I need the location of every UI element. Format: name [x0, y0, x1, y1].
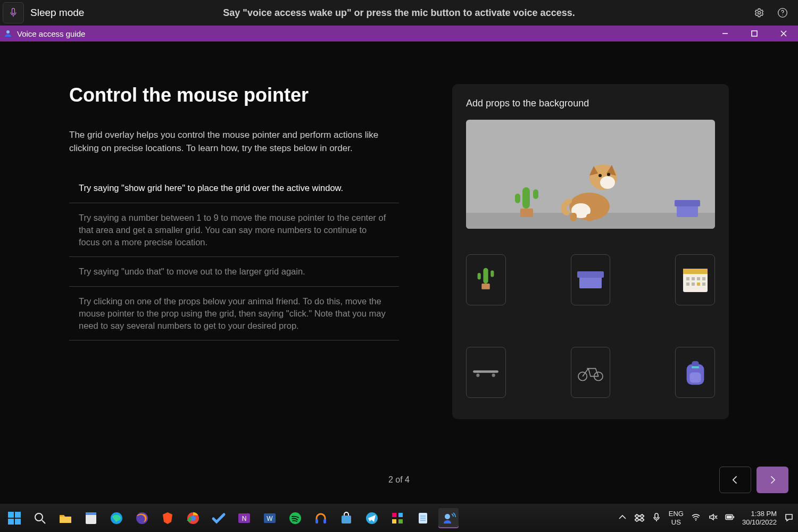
tray-overflow[interactable]	[618, 512, 627, 523]
prop-backpack[interactable]	[675, 347, 715, 398]
svg-point-69	[445, 514, 450, 519]
maximize-button[interactable]	[739, 26, 769, 41]
taskbar-telegram[interactable]	[362, 508, 382, 528]
svg-rect-44	[8, 512, 14, 518]
svg-rect-29	[697, 277, 700, 280]
close-button[interactable]	[769, 26, 798, 41]
microphone-icon	[8, 7, 19, 18]
taskbar-spotify[interactable]	[285, 508, 305, 528]
dropbox-icon	[635, 512, 644, 522]
language-indicator[interactable]: ENG US	[669, 510, 684, 526]
taskbar-chrome[interactable]	[183, 508, 203, 528]
svg-rect-16	[586, 214, 593, 221]
volume-mute-icon	[708, 512, 718, 522]
svg-rect-65	[398, 513, 403, 517]
svg-rect-34	[702, 282, 705, 286]
wifi-icon	[691, 512, 701, 522]
svg-rect-19	[484, 268, 488, 284]
svg-rect-5	[522, 187, 530, 209]
notification-icon	[784, 512, 794, 522]
svg-rect-24	[577, 271, 604, 278]
panel-title: Add props to the background	[466, 98, 715, 109]
file-explorer[interactable]	[55, 508, 76, 528]
taskbar-edge[interactable]	[106, 508, 127, 528]
taskbar-audacity[interactable]	[311, 508, 331, 528]
clock[interactable]: 1:38 PM 30/10/2022	[742, 510, 777, 526]
app-icon	[84, 511, 98, 526]
lang-bottom: US	[669, 518, 684, 527]
prop-calendar[interactable]	[675, 254, 715, 305]
bicycle-icon	[576, 358, 605, 387]
svg-point-0	[758, 12, 761, 14]
help-icon	[777, 7, 788, 18]
check-icon	[211, 511, 226, 526]
taskbar-app-1[interactable]	[81, 508, 101, 528]
minimize-button[interactable]	[710, 26, 739, 41]
taskbar-notepad[interactable]	[413, 508, 433, 528]
voice-access-bar: Sleep mode Say "voice access wake up" or…	[0, 0, 798, 26]
svg-point-71	[695, 520, 696, 521]
firefox-icon	[135, 511, 149, 526]
taskbar-voice-access[interactable]	[438, 508, 459, 528]
svg-point-2	[782, 15, 783, 15]
tray-volume[interactable]	[708, 512, 718, 523]
taskbar-word[interactable]: W	[260, 508, 280, 528]
svg-rect-62	[342, 516, 351, 523]
svg-rect-33	[697, 282, 700, 286]
taskbar: N W ENG US 1:38 PM 30/10/2022	[0, 504, 798, 532]
props-grid	[466, 229, 715, 410]
page-indicator: 2 of 4	[388, 475, 410, 485]
spotify-icon	[288, 511, 303, 526]
svg-point-12	[598, 174, 602, 177]
prev-page-button[interactable]	[719, 467, 751, 493]
grid-icon	[390, 511, 405, 526]
svg-rect-74	[727, 516, 732, 518]
taskbar-store[interactable]	[336, 508, 356, 528]
taskbar-todo[interactable]	[209, 508, 229, 528]
tray-mic[interactable]	[652, 512, 661, 523]
tray-notifications[interactable]	[784, 512, 794, 523]
page-navigation: 2 of 4	[0, 466, 798, 494]
svg-rect-35	[473, 370, 498, 373]
svg-rect-22	[482, 284, 490, 289]
step-item: Try saying a number between 1 to 9 to mo…	[69, 203, 399, 257]
prop-skateboard[interactable]	[466, 347, 506, 398]
step-item: Try saying "undo that" to move out to th…	[69, 257, 399, 287]
svg-text:W: W	[267, 515, 273, 522]
voice-mode-label: Sleep mode	[30, 7, 84, 19]
taskbar-brave[interactable]	[157, 508, 178, 528]
taskbar-onenote[interactable]: N	[234, 508, 254, 528]
svg-rect-32	[692, 282, 695, 286]
svg-rect-60	[315, 519, 318, 523]
svg-rect-4	[752, 31, 757, 36]
skateboard-icon	[471, 358, 500, 387]
page-title: Control the mouse pointer	[69, 84, 399, 106]
start-button[interactable]	[4, 508, 24, 528]
svg-rect-6	[515, 194, 520, 203]
app-icon	[2, 28, 14, 39]
svg-rect-20	[478, 273, 481, 279]
svg-point-48	[35, 513, 43, 521]
tray-battery[interactable]	[725, 512, 735, 523]
next-page-button[interactable]	[757, 467, 788, 493]
box-icon	[576, 265, 605, 294]
stage-preview	[466, 120, 715, 229]
search-button[interactable]	[30, 508, 50, 528]
window-title-bar: Voice access guide	[0, 26, 798, 41]
prop-cactus[interactable]	[466, 254, 506, 305]
voice-hint-text: Say "voice access wake up" or press the …	[223, 7, 575, 19]
prop-box[interactable]	[571, 254, 611, 305]
tray-wifi[interactable]	[691, 512, 701, 523]
tray-dropbox[interactable]	[635, 512, 644, 523]
svg-rect-15	[570, 213, 577, 221]
taskbar-firefox[interactable]	[132, 508, 152, 528]
mic-button[interactable]	[3, 2, 24, 23]
prop-bicycle[interactable]	[571, 347, 611, 398]
svg-rect-47	[15, 519, 21, 525]
settings-button[interactable]	[753, 7, 765, 19]
svg-rect-41	[689, 372, 701, 383]
box-illustration	[675, 199, 700, 218]
help-button[interactable]	[777, 7, 788, 19]
taskbar-powertoys[interactable]	[387, 508, 408, 528]
svg-point-38	[578, 372, 587, 380]
